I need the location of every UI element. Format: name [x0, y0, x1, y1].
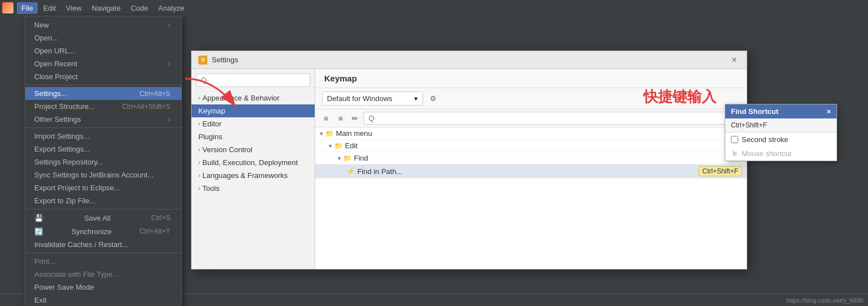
mouse-shortcut-option: 🖱 Mouse shortcut: [725, 147, 837, 161]
file-associate-file-type-label: Associate with File Type...: [34, 270, 119, 278]
file-settings-repository[interactable]: Settings Repository...: [25, 156, 181, 168]
file-export-zip-label: Export to Zip File...: [34, 197, 96, 205]
file-other-settings-label: Other Settings: [34, 115, 81, 124]
file-export-settings-label: Export Settings...: [34, 145, 90, 153]
separator-3: [25, 209, 181, 209]
chevron-icon: ›: [198, 185, 200, 191]
menu-code[interactable]: Code: [126, 2, 153, 14]
tree-appearance[interactable]: › Appearance & Behavior: [192, 92, 315, 104]
settings-search-input[interactable]: [196, 74, 310, 87]
chevron-icon: ›: [198, 95, 200, 101]
keymap-toolbar: ≡ ≡ ✏ 🔍: [315, 109, 747, 127]
find-shortcut-title: Find Shortcut: [731, 107, 779, 116]
tree-version-control[interactable]: › Version Control: [192, 143, 315, 156]
tree-plugins-label: Plugins: [198, 133, 222, 141]
file-open-recent[interactable]: Open Recent ›: [25, 57, 181, 70]
edit-shortcut-button[interactable]: ✏: [349, 112, 361, 125]
tree-appearance-label: Appearance & Behavior: [202, 94, 279, 102]
menu-edit[interactable]: Edit: [39, 2, 60, 14]
file-export-eclipse-label: Export Project to Eclipse...: [34, 184, 120, 192]
file-sync-settings[interactable]: Sync Settings to JetBrains Account...: [25, 168, 181, 181]
file-save-all[interactable]: 💾 Save All Ctrl+S: [25, 211, 181, 225]
file-print[interactable]: Print...: [25, 255, 181, 268]
file-new-label: New: [34, 21, 49, 29]
menu-view[interactable]: View: [61, 2, 86, 14]
file-open-recent-label: Open Recent: [34, 60, 78, 68]
main-menu-label: Main menu: [336, 129, 742, 138]
dialog-title-text: Settings: [212, 56, 238, 64]
file-other-settings[interactable]: Other Settings ›: [25, 113, 181, 126]
find-shortcut-close[interactable]: ×: [826, 107, 831, 116]
sync-icon: 🔄: [34, 227, 43, 236]
find-shortcut-header: Find Shortcut ×: [725, 104, 837, 118]
file-synchronize[interactable]: 🔄 Synchronize Ctrl+Alt+Y: [25, 225, 181, 238]
dialog-title-left: ⚙ Settings: [198, 56, 238, 65]
file-exit[interactable]: Exit: [25, 294, 181, 306]
file-power-save-mode[interactable]: Power Save Mode: [25, 281, 181, 294]
file-associate-file-type[interactable]: Associate with File Type...: [25, 268, 181, 281]
keymap-search-input[interactable]: [363, 112, 728, 125]
arrow-icon: ›: [168, 60, 170, 68]
collapse-all-button[interactable]: ≡: [334, 112, 347, 125]
dropdown-arrow-icon: ▾: [414, 94, 418, 103]
separator-1: [25, 85, 181, 85]
find-shortcut-popup: Find Shortcut × Ctrl+Shift+F Second stro…: [725, 104, 837, 161]
file-open[interactable]: Open...: [25, 31, 181, 44]
dialog-titlebar: ⚙ Settings ×: [192, 51, 747, 69]
expand-icon: ▾: [329, 142, 332, 150]
file-settings[interactable]: Settings... Ctrl+Alt+S: [25, 87, 181, 100]
chevron-icon: ›: [198, 121, 200, 127]
tree-keymap-label: Keymap: [198, 107, 225, 115]
expand-all-button[interactable]: ≡: [320, 112, 332, 125]
keymap-edit[interactable]: ▾ 📁 Edit: [315, 140, 747, 152]
second-stroke-label: Second stroke: [742, 135, 788, 144]
keymap-tree: ▾ 📁 Main menu ▾ 📁 Edit ▾ 📁 Find: [315, 127, 747, 269]
tree-build[interactable]: › Build, Execution, Deployment: [192, 156, 315, 169]
keymap-scheme-row: Default for Windows ▾ ⚙: [315, 88, 747, 109]
tree-languages[interactable]: › Languages & Frameworks: [192, 169, 315, 182]
dialog-close-button[interactable]: ×: [729, 54, 740, 66]
scheme-label: Default for Windows: [327, 94, 392, 103]
file-import-settings[interactable]: Import Settings...: [25, 130, 181, 143]
action-icon: ⚡: [347, 167, 355, 175]
second-stroke-checkbox[interactable]: [731, 136, 738, 143]
tree-keymap[interactable]: Keymap: [192, 104, 315, 117]
file-import-settings-label: Import Settings...: [34, 132, 89, 140]
menu-file[interactable]: File: [17, 2, 38, 14]
file-sync-settings-label: Sync Settings to JetBrains Account...: [34, 171, 153, 179]
file-close-project[interactable]: Close Project: [25, 70, 181, 83]
chevron-icon: ›: [198, 147, 200, 153]
find-shortcut-input-value: Ctrl+Shift+F: [725, 118, 837, 133]
file-project-structure[interactable]: Project Structure... Ctrl+Alt+Shift+S: [25, 100, 181, 113]
menu-analyze[interactable]: Analyze: [154, 2, 189, 14]
arrow-icon: ›: [168, 21, 170, 29]
settings-icon: ⚙: [198, 56, 207, 65]
tree-tools-label: Tools: [202, 184, 219, 193]
tree-editor[interactable]: › Editor: [192, 117, 315, 130]
file-synchronize-label: Synchronize: [71, 227, 112, 236]
app-logo: [2, 2, 13, 13]
file-export-settings[interactable]: Export Settings...: [25, 143, 181, 156]
keymap-find[interactable]: ▾ 📁 Find: [315, 152, 747, 165]
file-print-label: Print...: [34, 257, 56, 266]
file-invalidate-caches[interactable]: Invalidate Caches / Restart...: [25, 238, 181, 251]
tree-plugins[interactable]: Plugins: [192, 130, 315, 143]
chevron-icon: ›: [198, 172, 200, 179]
file-open-url[interactable]: Open URL...: [25, 44, 181, 57]
keymap-find-in-path[interactable]: ⚡ Find in Path... Ctrl+Shift+F: [315, 165, 747, 179]
tree-version-control-label: Version Control: [202, 145, 252, 154]
tree-languages-label: Languages & Frameworks: [202, 171, 288, 180]
file-power-save-label: Power Save Mode: [34, 283, 94, 291]
file-export-zip[interactable]: Export to Zip File...: [25, 194, 181, 207]
tree-tools[interactable]: › Tools: [192, 182, 315, 195]
scheme-gear-button[interactable]: ⚙: [428, 92, 439, 105]
save-all-shortcut: Ctrl+S: [151, 214, 170, 222]
expand-icon: ▾: [320, 130, 323, 138]
file-new[interactable]: New ›: [25, 19, 181, 31]
keymap-main-menu[interactable]: ▾ 📁 Main menu: [315, 127, 747, 140]
separator-4: [25, 253, 181, 253]
second-stroke-option[interactable]: Second stroke: [725, 133, 837, 147]
file-export-eclipse[interactable]: Export Project to Eclipse...: [25, 181, 181, 194]
scheme-dropdown[interactable]: Default for Windows ▾: [322, 92, 423, 106]
menu-navigate[interactable]: Navigate: [87, 2, 125, 14]
